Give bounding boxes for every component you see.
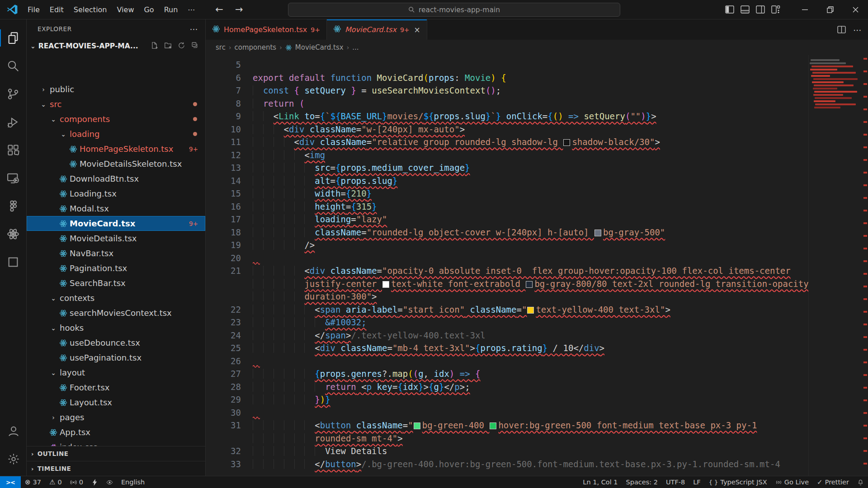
tree-item-searchmoviescontext.tsx[interactable]: searchMoviesContext.tsx [27,305,205,320]
code-line[interactable]: 29 })} [206,393,808,406]
minimap[interactable] [808,55,863,476]
code-line[interactable]: 17 loading="lazy" [206,213,808,226]
tree-item-navbar.tsx[interactable]: NavBar.tsx [27,246,205,261]
status-thunder-client[interactable] [87,476,102,488]
tree-item-public[interactable]: ›public [27,82,205,97]
activity-extensions-icon[interactable] [0,136,27,164]
code-line[interactable]: 6export default function MovieCard(props… [206,71,808,84]
activity-settings-icon[interactable] [0,445,27,473]
code-line[interactable]: 26 [206,355,808,368]
activity-explorer-icon[interactable] [0,24,27,52]
code-line[interactable]: 22 <span aria-label="start icon" classNa… [206,303,808,316]
status-go-live[interactable]: Go Live [771,476,813,488]
status-language-mode[interactable]: { }TypeScript JSX [705,476,771,488]
tree-item-modal.tsx[interactable]: Modal.tsx [27,201,205,216]
tree-item-moviecard.tsx[interactable]: MovieCard.tsx9+ [27,216,205,231]
tree-item-loading.tsx[interactable]: Loading.tsx [27,186,205,201]
code-line[interactable]: 9 <Link to={`${BASE_URL}movies/${props.s… [206,110,808,123]
nav-forward-button[interactable]: → [235,4,243,15]
activity-search-icon[interactable] [0,52,27,80]
nav-back-button[interactable]: ← [215,4,223,15]
menu-file[interactable]: File [23,4,45,16]
code-line[interactable]: 21 <div className="opacity-0 absolute in… [206,264,808,277]
status-eol[interactable]: LF [689,476,704,488]
menu-selection[interactable]: Selection [69,4,112,16]
explorer-more-actions-button[interactable]: ⋯ [189,24,198,34]
code-line[interactable]: 11 <div className="relative group rounde… [206,136,808,149]
timeline-section-header[interactable]: › TIMELINE [27,461,205,476]
tree-item-index.css[interactable]: #index.css [27,440,205,446]
tree-item-searchbar.tsx[interactable]: SearchBar.tsx [27,276,205,291]
outline-section-header[interactable]: › OUTLINE [27,446,205,461]
activity-react-devtools-icon[interactable] [0,220,27,248]
status-live-preview[interactable] [102,476,117,488]
tree-item-pages[interactable]: ›pages [27,410,205,425]
code-line[interactable]: 13 src={props.medium_cover_image} [206,161,808,174]
breadcrumb-item[interactable]: components [235,43,277,52]
status-problems-errors[interactable]: ⊗37 [21,476,45,488]
new-file-icon[interactable] [151,42,158,51]
status-cursor-position[interactable]: Ln 1, Col 1 [579,476,622,488]
tree-item-hooks[interactable]: ⌄hooks [27,320,205,335]
tab-homepageskeleton.tsx[interactable]: HomePageSkeleton.tsx9+ [206,19,327,40]
code-line[interactable]: 5 [206,58,808,71]
activity-run-debug-icon[interactable] [0,108,27,136]
command-center-search[interactable]: react-movies-app-main [288,3,620,17]
status-spell-language[interactable]: English [117,476,149,488]
toggle-panel-icon[interactable] [741,5,750,14]
activity-live-server-icon[interactable] [0,248,27,276]
tab-moviecard.tsx[interactable]: MovieCard.tsx9+× [327,19,427,40]
split-editor-icon[interactable] [837,25,846,34]
code-line[interactable]: 14 alt={props.slug} [206,174,808,188]
code-line[interactable]: 25 <div className="mb-4 text-3xl">{props… [206,342,808,355]
toggle-primary-sidebar-icon[interactable] [725,5,734,14]
code-line[interactable]: 24 </span>/.text-yellow-400.text-3xl [206,329,808,342]
project-root-folder[interactable]: ⌄ REACT-MOVIES-APP-MA... [27,38,205,54]
tree-item-usepagination.tsx[interactable]: usePagination.tsx [27,350,205,365]
code-line[interactable]: duration-300"> [206,290,808,303]
close-button[interactable] [843,0,868,19]
code-line[interactable]: 27 {props.genres?.map((g, idx) => { [206,367,808,380]
code-line[interactable]: 23 &#10032; [206,316,808,329]
menu-run[interactable]: Run [159,4,183,16]
code-line[interactable]: 16 height={315} [206,200,808,213]
close-tab-icon[interactable]: × [414,25,420,34]
editor-more-actions-icon[interactable]: ⋯ [853,25,862,35]
tree-item-footer.tsx[interactable]: Footer.tsx [27,380,205,395]
breadcrumb-item[interactable]: MovieCard.tsx [295,43,344,52]
customize-layout-icon[interactable] [771,5,780,14]
code-line[interactable]: 8 return ( [206,97,808,110]
code-line[interactable]: 28 return <p key={idx}>{g}</p>; [206,380,808,394]
activity-live-preview-icon[interactable] [0,164,27,192]
menu-edit[interactable]: Edit [45,4,69,16]
refresh-icon[interactable] [178,42,185,51]
code-line[interactable]: justify-center text-white font-extrabold… [206,277,808,291]
code-line[interactable]: 30 [206,406,808,419]
tree-item-usedebounce.tsx[interactable]: useDebounce.tsx [27,335,205,350]
menu-[interactable]: ⋯ [183,4,200,16]
tree-item-components[interactable]: ⌄components [27,112,205,127]
activity-figma-icon[interactable] [0,192,27,220]
activity-account-icon[interactable] [0,417,27,445]
tree-item-src[interactable]: ⌄src [27,97,205,112]
status-indentation[interactable]: Spaces: 2 [622,476,662,488]
status-encoding[interactable]: UTF-8 [662,476,689,488]
code-line[interactable]: 19 /> [206,239,808,252]
code-line[interactable]: 7 const { setQuery } = useSearchMoviesCo… [206,84,808,97]
menu-go[interactable]: Go [139,4,159,16]
tree-item-app.tsx[interactable]: App.tsx [27,425,205,440]
status-remote[interactable]: >< [0,476,21,488]
tree-item-moviedetailsskeleton.tsx[interactable]: MovieDetailsSkeleton.tsx [27,156,205,171]
new-folder-icon[interactable] [164,42,172,51]
tree-item-homepageskeleton.tsx[interactable]: HomePageSkeleton.tsx9+ [27,141,205,156]
breadcrumb-item[interactable]: ... [352,43,359,52]
minimize-button[interactable] [792,0,817,19]
code-line[interactable]: 12 <img [206,149,808,162]
code-editor[interactable]: 56export default function MovieCard(prop… [206,55,808,476]
code-line[interactable]: 10 <div className="w-[240px] mx-auto"> [206,123,808,136]
code-line[interactable]: 33 </button>/.bg-green-400.hover:bg-gree… [206,458,808,471]
status-problems-warnings[interactable]: ⚠0 [45,476,66,488]
code-line[interactable]: 20 [206,252,808,265]
activity-source-control-icon[interactable] [0,80,27,108]
status-ports[interactable]: 0 [66,476,87,488]
